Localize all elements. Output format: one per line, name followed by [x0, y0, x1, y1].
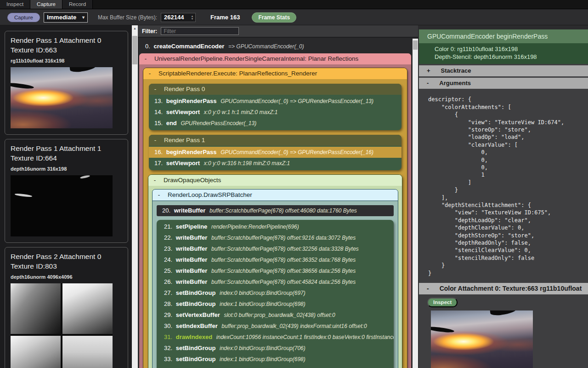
group-title: UniversalRenderPipeline.RenderSingleCame…: [154, 55, 358, 62]
collapse-icon[interactable]: -: [427, 285, 429, 292]
collapse-icon[interactable]: -: [427, 80, 429, 86]
command-row[interactable]: 21. setPipeline renderPipeline:RenderPip…: [157, 221, 394, 232]
attachment-format: rg11b10ufloat 316x198: [11, 58, 122, 63]
command-index: 0.: [145, 43, 150, 50]
command-name: writeBuffer: [174, 207, 206, 214]
attachment-card-pass1-depth[interactable]: Render Pass 1 Attachment 1 Texture ID:66…: [5, 139, 128, 243]
collapse-icon[interactable]: -: [153, 86, 157, 92]
selected-command-title: GPUCommandEncoder beginRenderPass: [419, 29, 588, 43]
expand-icon[interactable]: +: [427, 67, 430, 74]
group-title: Render Pass 1: [164, 137, 205, 144]
capture-button[interactable]: Capture: [7, 13, 40, 22]
section-color-attachment-0[interactable]: - Color Attachment 0: Texture:663 rg11b1…: [419, 283, 588, 294]
command-row[interactable]: 23. writeBuffer buffer:ScratchbufferPage…: [157, 243, 394, 254]
command-index: 24.: [164, 256, 172, 263]
tab-capture[interactable]: Capture: [30, 0, 62, 9]
command-name: setBindGroup: [176, 356, 216, 362]
command-row[interactable]: 34. setVertexBuffer slot:0 buffer:prop_b…: [157, 365, 394, 368]
scrollbar-thumb[interactable]: [413, 40, 418, 50]
collapse-icon[interactable]: -: [144, 55, 147, 62]
attachment-card-pass1-color0[interactable]: Render Pass 1 Attachment 0 Texture ID:66…: [5, 31, 128, 135]
selected-command-attachments-summary: Color 0: rg11b10ufloat 316x198 Depth-Ste…: [419, 43, 588, 64]
command-index: 23.: [164, 245, 172, 252]
command-args: buffer:ScratchbufferPage(678) offset:322…: [211, 246, 359, 252]
command-row[interactable]: 30. setIndexBuffer buffer:prop_boardwalk…: [157, 321, 394, 332]
command-name: setPipeline: [176, 223, 208, 230]
group-header-srp-batcher[interactable]: - RenderLoop.DrawSRPBatcher: [153, 190, 398, 201]
group-title: RenderLoop.DrawSRPBatcher: [168, 191, 252, 198]
command-row[interactable]: 22. writeBuffer buffer:ScratchbufferPage…: [157, 232, 394, 243]
command-row[interactable]: 27. setBindGroup index:0 bindGroup:BindG…: [157, 288, 394, 299]
command-index: 25.: [164, 267, 172, 274]
command-row-write-buffer-20[interactable]: 20. writeBuffer buffer:ScratchbufferPage…: [157, 205, 394, 216]
shadow-cascade-tile: [11, 336, 61, 368]
command-name: createCommandEncoder: [153, 43, 224, 50]
details-top-gap: [419, 25, 588, 29]
group-header-renderer[interactable]: - ScriptableRenderer.Execute: PlanarRefl…: [143, 68, 407, 79]
capture-mode-select[interactable]: Immediate ▾: [44, 12, 88, 23]
command-index: 29.: [164, 311, 172, 318]
command-row[interactable]: 31. drawIndexed indexCount:10956 instanc…: [157, 332, 394, 343]
shadow-cascade-tile: [11, 283, 61, 334]
command-name: writeBuffer: [176, 245, 208, 252]
attachment-title: Render Pass 2 Attachment 0: [11, 252, 122, 262]
number-stepper-icon[interactable]: ▲▼: [190, 14, 195, 21]
shadow-cascade-tile: [62, 336, 113, 368]
section-stacktrace[interactable]: + Stacktrace: [419, 65, 588, 76]
attachment-card-pass2-depth[interactable]: Render Pass 2 Attachment 0 Texture ID:80…: [5, 247, 128, 368]
command-row[interactable]: 16. beginRenderPass GPUCommandEncoder(_0…: [149, 147, 401, 158]
command-args: index:0 bindGroup:BindGroup(697): [220, 290, 305, 296]
commands-panel: Filter: 0. createCommandEncoder => GPUCo…: [138, 25, 418, 368]
command-name: drawIndexed: [176, 334, 212, 340]
shadow-cascade-tile: [62, 283, 113, 334]
collapse-icon[interactable]: -: [153, 177, 157, 184]
section-label: Stacktrace: [441, 67, 471, 74]
group-header-pass0[interactable]: - Render Pass 0: [149, 84, 401, 95]
command-row[interactable]: 32. setBindGroup index:0 bindGroup:BindG…: [157, 343, 394, 354]
command-name: writeBuffer: [176, 234, 208, 241]
command-row[interactable]: 13. beginRenderPass GPUCommandEncoder(_0…: [149, 96, 401, 107]
command-row[interactable]: 33. setBindGroup index:1 bindGroup:BindG…: [157, 354, 394, 365]
attachment-texture-id: Texture ID:664: [11, 154, 122, 163]
collapse-icon[interactable]: -: [157, 191, 161, 198]
command-row[interactable]: 17. setViewport x:0 y:0 w:316 h:198 minZ…: [149, 158, 401, 169]
group-header-draw-opaque[interactable]: - DrawOpaqueObjects: [148, 175, 402, 186]
collapse-icon[interactable]: -: [148, 70, 152, 77]
command-args: index:0 bindGroup:BindGroup(706): [220, 345, 305, 351]
scroll-up-icon[interactable]: ▲: [132, 25, 138, 31]
command-row[interactable]: 29. setVertexBuffer slot:0 buffer:prop_b…: [157, 310, 394, 321]
command-details-panel: GPUCommandEncoder beginRenderPass Color …: [419, 25, 588, 368]
command-list: 0. createCommandEncoder => GPUCommandEnc…: [138, 39, 413, 368]
attachments-scrollbar[interactable]: ▲: [132, 25, 138, 368]
section-arguments[interactable]: - Arguments: [419, 78, 588, 89]
command-row-create-encoder[interactable]: 0. createCommandEncoder => GPUCommandEnc…: [139, 41, 412, 52]
group-header-camera[interactable]: - UniversalRenderPipeline.RenderSingleCa…: [139, 53, 411, 64]
chevron-down-icon: ▾: [82, 15, 85, 20]
frame-stats-button[interactable]: Frame Stats: [252, 12, 296, 23]
command-row[interactable]: 28. setBindGroup index:1 bindGroup:BindG…: [157, 299, 394, 310]
group-scriptable-renderer: - ScriptableRenderer.Execute: PlanarRefl…: [143, 68, 407, 368]
command-name: setBindGroup: [176, 345, 216, 351]
group-title: ScriptableRenderer.Execute: PlanarReflec…: [158, 70, 317, 77]
command-index: 27.: [164, 289, 172, 296]
group-header-pass1[interactable]: - Render Pass 1: [149, 135, 401, 146]
filter-input[interactable]: [161, 27, 239, 35]
command-row[interactable]: 14. setViewport x:0 y:0 w:1 h:1 minZ:0 m…: [149, 107, 401, 118]
command-name: setBindGroup: [176, 300, 216, 307]
command-index: 30.: [164, 322, 172, 329]
top-tab-bar: Inspect Capture Record: [0, 0, 588, 9]
inspect-texture-button[interactable]: Inspect: [427, 298, 458, 307]
command-result: => GPUCommandEncoder(_0): [228, 43, 304, 50]
command-row[interactable]: 25. writeBuffer buffer:ScratchbufferPage…: [157, 265, 394, 276]
commands-scrollbar[interactable]: [413, 39, 418, 368]
command-row[interactable]: 26. writeBuffer buffer:ScratchbufferPage…: [157, 276, 394, 288]
command-row[interactable]: 24. writeBuffer buffer:ScratchbufferPage…: [157, 254, 394, 265]
collapse-icon[interactable]: -: [153, 137, 157, 144]
command-name: writeBuffer: [176, 256, 208, 263]
command-index: 22.: [164, 234, 172, 241]
command-row[interactable]: 15. end GPURenderPassEncoder(_13): [149, 118, 401, 129]
scrollbar-thumb[interactable]: [132, 36, 137, 64]
command-args: buffer:ScratchbufferPage(678) offset:386…: [211, 268, 356, 274]
tab-inspect[interactable]: Inspect: [0, 0, 30, 9]
tab-record[interactable]: Record: [62, 0, 93, 9]
